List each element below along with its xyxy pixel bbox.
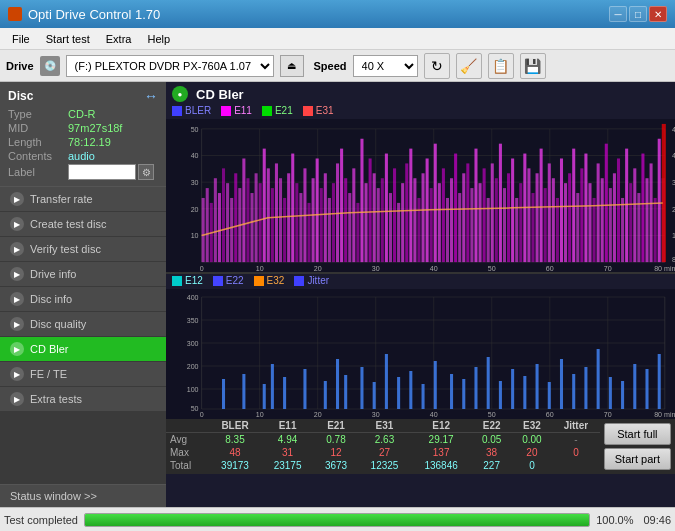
svg-rect-47 [246,178,249,262]
e11-color [221,106,231,116]
col-header-jitter: Jitter [552,419,600,433]
drive-select[interactable]: (F:) PLEXTOR DVDR PX-760A 1.07 [66,55,274,77]
table-row-total: Total 39173 23175 3673 12325 136846 227 … [166,459,600,472]
total-e31: 12325 [358,459,411,472]
sidebar-item-fe-te[interactable]: ▶ FE / TE [0,362,166,387]
close-button[interactable]: ✕ [649,6,667,22]
fe-te-icon: ▶ [10,367,24,381]
svg-rect-203 [511,369,514,409]
menu-help[interactable]: Help [139,31,178,47]
svg-rect-120 [544,188,547,262]
svg-text:10: 10 [256,411,264,418]
sidebar-item-cd-bler[interactable]: ▶ CD Bler [0,337,166,362]
status-window-label: Status window >> [10,490,97,502]
svg-rect-121 [548,163,551,262]
e22-label: E22 [226,275,244,286]
col-header-e22: E22 [471,419,511,433]
top-legend: BLER E11 E21 E31 [166,104,675,117]
sidebar-item-extra-tests[interactable]: ▶ Extra tests [0,387,166,412]
e22-color [213,276,223,286]
svg-text:0: 0 [200,265,204,272]
cd-bler-icon: ▶ [10,342,24,356]
speed-select[interactable]: 40 X [353,55,418,77]
refresh-button[interactable]: ↻ [424,53,450,79]
start-part-button[interactable]: Start part [604,448,671,470]
menu-start-test[interactable]: Start test [38,31,98,47]
menu-extra[interactable]: Extra [98,31,140,47]
svg-text:50: 50 [488,265,496,272]
svg-text:60: 60 [546,265,554,272]
minimize-button[interactable]: ─ [609,6,627,22]
svg-rect-112 [511,158,514,262]
svg-rect-205 [536,364,539,409]
sidebar-item-drive-info[interactable]: ▶ Drive info [0,262,166,287]
svg-rect-212 [621,381,624,409]
total-jitter [552,459,600,472]
svg-rect-206 [548,382,551,409]
svg-rect-85 [401,183,404,262]
drive-label: Drive [6,60,34,72]
e32-label: E32 [267,275,285,286]
svg-text:20: 20 [314,411,322,418]
label-icon-button[interactable]: ⚙ [138,164,154,180]
col-header-e12: E12 [411,419,472,433]
e32-color [254,276,264,286]
save-button[interactable]: 💾 [520,53,546,79]
maximize-button[interactable]: □ [629,6,647,22]
sidebar-item-disc-quality[interactable]: ▶ Disc quality [0,312,166,337]
chart-title: CD Bler [196,87,244,102]
svg-rect-215 [658,354,661,409]
table-row-avg: Avg 8.35 4.94 0.78 2.63 29.17 0.05 0.00 … [166,433,600,447]
contents-label: Contents [8,150,68,162]
avg-e31: 2.63 [358,433,411,447]
row-label-avg: Avg [166,433,209,447]
max-jitter: 0 [552,446,600,459]
bottom-chart: 400 350 300 200 100 50 0 10 20 30 40 50 … [166,289,675,419]
row-label-total: Total [166,459,209,472]
sidebar-item-transfer-rate[interactable]: ▶ Transfer rate [0,187,166,212]
svg-rect-150 [662,124,666,262]
svg-rect-56 [283,198,286,262]
total-e21: 3673 [314,459,358,472]
svg-text:400: 400 [187,294,199,301]
copy-button[interactable]: 📋 [488,53,514,79]
start-full-button[interactable]: Start full [604,423,671,445]
svg-rect-81 [385,154,388,263]
sidebar-label-create-test-disc: Create test disc [30,218,106,230]
svg-rect-77 [369,158,372,262]
sidebar-item-create-test-disc[interactable]: ▶ Create test disc [0,212,166,237]
sidebar-item-disc-info[interactable]: ▶ Disc info [0,287,166,312]
sidebar-item-verify-test-disc[interactable]: ▶ Verify test disc [0,237,166,262]
svg-text:50: 50 [191,126,199,133]
svg-rect-70 [340,149,343,263]
max-e12: 137 [411,446,472,459]
svg-rect-189 [336,359,339,409]
menu-file[interactable]: File [4,31,38,47]
status-window-button[interactable]: Status window >> [0,484,166,507]
svg-text:30: 30 [191,179,199,186]
svg-rect-204 [523,376,526,409]
window-controls: ─ □ ✕ [609,6,667,22]
type-label: Type [8,108,68,120]
erase-button[interactable]: 🧹 [456,53,482,79]
svg-text:10: 10 [256,265,264,272]
app-icon [8,7,22,21]
label-label: Label [8,166,68,178]
disc-arrow[interactable]: ↔ [144,88,158,104]
label-input[interactable] [68,164,136,180]
svg-rect-62 [308,203,311,262]
sidebar-label-extra-tests: Extra tests [30,393,82,405]
svg-rect-76 [365,183,368,262]
svg-rect-93 [434,144,437,262]
svg-rect-66 [324,173,327,262]
svg-rect-73 [352,168,355,262]
svg-rect-132 [593,198,596,262]
svg-rect-59 [295,183,298,262]
eject-button[interactable]: ⏏ [280,55,304,77]
right-panel: ● CD Bler BLER E11 E21 E31 [166,82,675,507]
svg-rect-128 [576,193,579,262]
svg-rect-192 [373,382,376,409]
svg-rect-126 [568,173,571,262]
svg-text:40: 40 [430,265,438,272]
table-btns-row: BLER E11 E21 E31 E12 E22 E32 Jitter Avg [166,419,675,474]
